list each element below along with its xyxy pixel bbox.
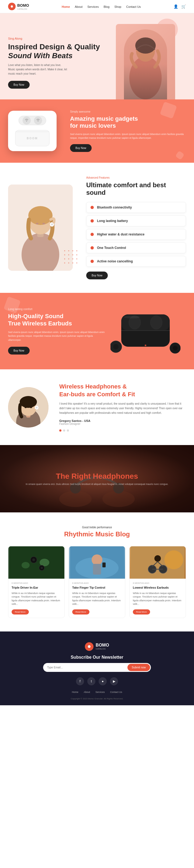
banner-title: The Right Headphones bbox=[26, 472, 168, 480]
footer-nav-home[interactable]: Home bbox=[72, 691, 78, 693]
svg-point-7 bbox=[26, 121, 27, 122]
testimonial-text: I loved this speaker! It's a very small … bbox=[59, 401, 186, 415]
footer-nav-about[interactable]: About bbox=[84, 691, 90, 693]
svg-point-44 bbox=[113, 344, 119, 349]
svg-point-8 bbox=[37, 121, 38, 122]
svg-point-56 bbox=[36, 406, 38, 408]
earbuds-product-image bbox=[110, 304, 186, 359]
feature-label-4: One Touch Control bbox=[97, 246, 126, 250]
user-icon[interactable]: 👤 bbox=[173, 4, 178, 9]
features-title: Ultimate comfort and best sound bbox=[86, 181, 186, 197]
svg-point-54 bbox=[30, 406, 32, 408]
svg-point-68 bbox=[41, 567, 43, 569]
feature-label-5: Active noise cancelling bbox=[97, 259, 133, 263]
blog-card-text-2: While in au mi bibendum neque egestas co… bbox=[72, 592, 122, 606]
logo[interactable]: BOMO CATALOG bbox=[8, 3, 29, 10]
newsletter-submit-button[interactable]: Submit now bbox=[127, 664, 150, 671]
svg-point-64 bbox=[40, 559, 49, 566]
hero-image bbox=[116, 24, 186, 99]
newsletter-form: Submit now bbox=[43, 663, 151, 672]
feature-label-1: Bluetooth connectivity bbox=[97, 206, 132, 209]
dot-3[interactable] bbox=[67, 429, 69, 432]
newsletter-title: Subscribe Our Newsletter bbox=[43, 655, 151, 660]
dots-decor bbox=[62, 248, 81, 268]
earbuds-cta-button[interactable]: Buy Now bbox=[8, 347, 30, 354]
facebook-icon[interactable]: f bbox=[76, 677, 84, 685]
nav-blog[interactable]: Blog bbox=[103, 5, 109, 8]
testimonial-section: Wireless Headphones & Ear-buds are Comfo… bbox=[0, 369, 194, 445]
svg-point-29 bbox=[64, 258, 65, 259]
svg-point-33 bbox=[64, 262, 65, 264]
features-section: Advanced Features Ultimate comfort and b… bbox=[0, 163, 194, 293]
banner-text-area: The Right Headphones In ornare quam vive… bbox=[26, 472, 168, 486]
svg-point-20 bbox=[51, 223, 53, 225]
newsletter-email-input[interactable] bbox=[47, 664, 127, 671]
footer-nav-services[interactable]: Services bbox=[95, 691, 105, 693]
svg-point-27 bbox=[72, 254, 73, 255]
blog-read-more-1[interactable]: Read More bbox=[11, 609, 29, 615]
testimonial-author: Gregory Santos - USA bbox=[59, 419, 186, 423]
blog-image-1 bbox=[8, 546, 64, 579]
feature-item-1: Bluetooth connectivity bbox=[86, 202, 186, 213]
banner-subtitle: In ornare quam viverra orci. Duis ultric… bbox=[26, 483, 168, 486]
dot-1[interactable] bbox=[59, 429, 61, 432]
nav-contact[interactable]: Contact Us bbox=[126, 5, 141, 8]
blog-title: Rhythmic Music Blog bbox=[8, 530, 186, 538]
footer-copyright: Copyright © 2023 Bomo Granular. All Righ… bbox=[8, 698, 186, 700]
svg-point-42 bbox=[145, 345, 146, 346]
dot-2[interactable] bbox=[63, 429, 65, 432]
svg-point-2 bbox=[136, 40, 155, 62]
nav-shop[interactable]: Shop bbox=[114, 5, 121, 8]
svg-point-66 bbox=[32, 558, 35, 561]
blog-card-2: 6 MONTHS AGO Take Finger Tip Control Whi… bbox=[69, 546, 125, 618]
nav-home[interactable]: Home bbox=[62, 5, 70, 8]
feature-dot-5 bbox=[91, 260, 94, 263]
svg-point-17 bbox=[36, 223, 38, 224]
earbuds-content: Long lasting comfort High-Quality Sound … bbox=[8, 308, 105, 354]
hero-tag: Sing Along bbox=[8, 37, 116, 40]
amazing-description: Sed viverra ipsum nunc aliquet bibendum … bbox=[70, 132, 186, 140]
earbuds-tag: Long lasting comfort bbox=[8, 308, 105, 311]
svg-rect-62 bbox=[9, 546, 63, 579]
svg-point-25 bbox=[64, 254, 65, 255]
blog-read-more-2[interactable]: Read More bbox=[72, 609, 90, 615]
twitter-icon[interactable]: t bbox=[87, 677, 95, 685]
nav-about[interactable]: About bbox=[75, 5, 83, 8]
youtube-icon[interactable]: ▶ bbox=[110, 677, 118, 685]
testimonial-role: Fashion Designer bbox=[59, 423, 186, 425]
svg-point-41 bbox=[150, 316, 162, 329]
feature-item-4: One Touch Control bbox=[86, 243, 186, 253]
decor-2 bbox=[175, 151, 185, 160]
blog-image-3 bbox=[130, 546, 186, 579]
instagram-icon[interactable]: ● bbox=[99, 677, 107, 685]
svg-point-18 bbox=[42, 223, 45, 224]
blog-card-title-3: Lowest Wireless Earbuds bbox=[133, 586, 183, 590]
logo-icon bbox=[8, 3, 15, 10]
features-image-area bbox=[8, 185, 78, 271]
product-image-area: BOOM bbox=[8, 111, 62, 151]
svg-point-31 bbox=[72, 258, 73, 259]
svg-point-30 bbox=[68, 258, 69, 259]
features-cta-button[interactable]: Buy Now bbox=[86, 272, 108, 279]
footer-nav-contact[interactable]: Contact Us bbox=[110, 691, 122, 693]
amazing-cta-button[interactable]: Buy Now bbox=[70, 144, 92, 152]
logo-sub: CATALOG bbox=[17, 8, 29, 10]
svg-point-5 bbox=[23, 116, 31, 124]
blog-read-more-3[interactable]: Read More bbox=[133, 609, 150, 615]
blog-card-3: 6 MONTHS AGO Lowest Wireless Earbuds Whi… bbox=[129, 546, 186, 618]
feature-item-3: Higher water & dust resistance bbox=[86, 229, 186, 240]
hero-cta-button[interactable]: Buy Now bbox=[8, 81, 30, 89]
svg-point-32 bbox=[76, 258, 77, 259]
svg-point-3 bbox=[135, 37, 156, 54]
cart-icon[interactable]: 🛒 bbox=[181, 4, 186, 9]
footer: BOMO CATALOG Subscribe Our Newsletter Su… bbox=[0, 631, 194, 705]
hero-title: Inspired Design & Quality Sound With Bea… bbox=[8, 42, 116, 60]
svg-point-22 bbox=[68, 250, 69, 251]
social-links: f t ● ▶ bbox=[8, 677, 186, 685]
footer-nav: Home About Services Contact Us bbox=[8, 691, 186, 693]
svg-point-21 bbox=[64, 250, 65, 251]
nav-services[interactable]: Services bbox=[87, 5, 99, 8]
blog-body-3: 6 MONTHS AGO Lowest Wireless Earbuds Whi… bbox=[130, 579, 186, 617]
footer-logo: BOMO CATALOG bbox=[8, 642, 186, 651]
features-tag: Advanced Features bbox=[86, 176, 186, 179]
